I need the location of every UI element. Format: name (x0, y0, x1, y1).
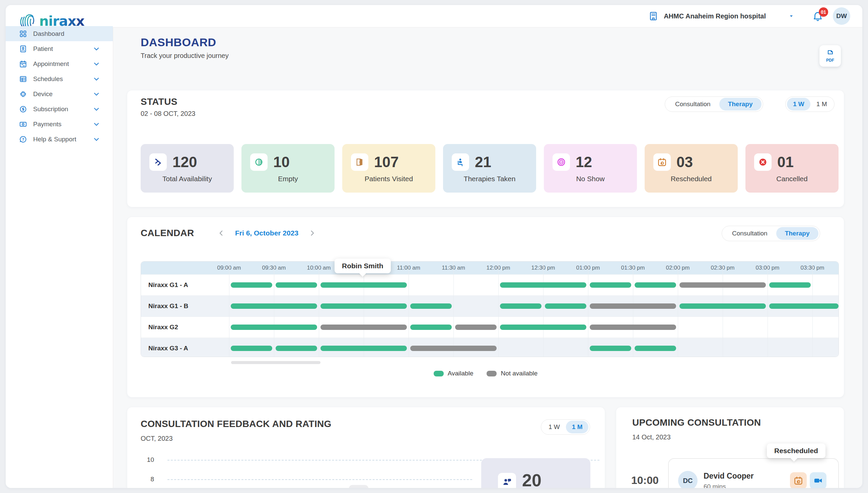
toggle-option-1-w[interactable]: 1 W (542, 421, 566, 433)
toggle-option-1-m[interactable]: 1 M (566, 421, 589, 433)
time-label: 10:00 am (307, 264, 331, 271)
unavailable-slot-bar (410, 346, 497, 351)
device-row-track (208, 296, 839, 317)
available-slot-bar (231, 346, 272, 351)
patient-name: Devid Cooper (703, 472, 754, 480)
sidebar: niraxx DashboardPatientAppointmentSchedu… (6, 5, 113, 488)
stat-value: 21 (475, 154, 491, 170)
sidebar-item-dashboard[interactable]: Dashboard (6, 26, 113, 41)
stat-label: Cancelled (745, 175, 839, 183)
chart-bar-partial (349, 485, 368, 488)
availability-icon (149, 153, 167, 171)
available-slot-bar (276, 346, 317, 351)
calendar-type-toggle: ConsultationTherapy (722, 226, 820, 241)
subscription-dollar-icon: $ (19, 105, 27, 113)
available-slot-bar (231, 282, 272, 288)
stat-label: Total Availability (140, 175, 234, 183)
chevron-down-icon (93, 45, 100, 52)
help-icon: ? (19, 135, 27, 143)
sidebar-item-device[interactable]: Device (6, 86, 113, 102)
time-label: 02:30 pm (711, 264, 735, 271)
chevron-right-icon[interactable] (308, 230, 316, 237)
chevron-left-icon[interactable] (218, 230, 225, 237)
available-slot-bar (635, 282, 676, 288)
time-label: 12:00 pm (486, 264, 511, 271)
sidebar-item-payments[interactable]: Payments (6, 116, 113, 132)
appointment-tooltip: Robin Smith (334, 259, 391, 273)
sidebar-item-label: Device (33, 90, 93, 98)
chevron-down-icon (93, 90, 100, 98)
toggle-option-therapy[interactable]: Therapy (719, 98, 761, 110)
toggle-option-consultation[interactable]: Consultation (723, 227, 776, 240)
device-row-track (208, 275, 839, 295)
sidebar-item-patient[interactable]: Patient (6, 41, 113, 56)
caret-down-icon[interactable] (788, 13, 795, 19)
y-axis-tick-10: 10 (140, 456, 154, 464)
available-slot-bar (500, 303, 542, 309)
sidebar-item-help-support[interactable]: ?Help & Support (6, 132, 113, 147)
toggle-option-consultation[interactable]: Consultation (667, 98, 719, 110)
door-icon (351, 153, 368, 171)
horizontal-scrollbar[interactable] (231, 361, 321, 364)
pdf-label: PDF (826, 58, 834, 63)
stat-label: Therapies Taken (443, 175, 536, 183)
feedback-range-toggle: 1 W1 M (541, 419, 590, 435)
device-row-label: Niraxx G1 - B (148, 296, 188, 317)
available-slot-bar (500, 324, 586, 330)
chevron-down-icon (93, 136, 100, 143)
chevron-down-icon (93, 106, 100, 113)
sidebar-item-label: Payments (33, 121, 93, 128)
available-slot-bar (321, 282, 407, 288)
export-pdf-button[interactable]: PDF (820, 45, 841, 67)
reschedule-icon (653, 153, 671, 171)
feedback-title: CONSULTATION FEEDBACK AND RATING (140, 419, 331, 429)
page-subtitle: Track your productive journey (140, 52, 229, 60)
upcoming-card: UPCOMING CONSULTATION 14 Oct, 2023 Resch… (616, 407, 844, 488)
legend-item-available: Available (434, 370, 474, 377)
appointment-card[interactable]: DC Devid Cooper 60 mins (668, 458, 839, 488)
time-label: 01:00 pm (576, 264, 600, 271)
device-row-niraxx-g1-b: Niraxx G1 - B (141, 295, 839, 317)
total-consultations-card: 20 (481, 458, 590, 488)
time-header: 09:00 am09:30 am10:00 am10:30 am11:00 am… (141, 262, 839, 274)
gridline-8 (168, 479, 472, 480)
available-slot-bar (276, 282, 317, 288)
svg-text:?: ? (22, 137, 24, 141)
stat-value: 120 (172, 154, 197, 170)
notifications-bell[interactable]: 01 (812, 10, 823, 22)
stat-value: 01 (777, 154, 794, 170)
legend-swatch (434, 371, 444, 377)
available-slot-bar (410, 324, 452, 330)
tooltip-name: Robin Smith (342, 262, 384, 270)
svg-text:$: $ (22, 107, 24, 111)
calendar-current-date[interactable]: Fri 6, October 2023 (235, 229, 298, 237)
time-label: 03:00 pm (756, 264, 780, 271)
sidebar-item-appointment[interactable]: Appointment (6, 56, 113, 71)
stat-value: 12 (576, 154, 592, 170)
sidebar-item-schedules[interactable]: Schedules (6, 71, 113, 86)
video-call-button[interactable] (810, 472, 826, 488)
device-rows: Niraxx G1 - ANiraxx G1 - BNiraxx G2Nirax… (141, 274, 839, 357)
feedback-person-chat-icon (498, 473, 516, 488)
status-range-toggle: 1 W1 M (785, 97, 834, 112)
user-avatar[interactable]: DW (833, 7, 850, 25)
hospital-selector[interactable]: AHMC Anaheim Region hospital (664, 13, 766, 20)
toggle-option-1-w[interactable]: 1 W (787, 98, 810, 110)
toggle-option-therapy[interactable]: Therapy (776, 227, 819, 240)
status-card: STATUS 02 - 08 OCT, 2023 ConsultationThe… (127, 90, 844, 207)
status-type-toggle: ConsultationTherapy (665, 97, 763, 112)
stat-card-no-show: 12No Show (544, 144, 637, 193)
toggle-option-1-m[interactable]: 1 M (810, 98, 833, 110)
time-label: 09:30 am (262, 264, 286, 271)
chevron-down-icon (93, 121, 100, 128)
rescheduled-badge: Rescheduled (767, 444, 825, 458)
reschedule-button[interactable] (790, 472, 807, 488)
device-row-track (208, 338, 839, 357)
schedules-table-icon (19, 75, 27, 83)
time-label: 02:00 pm (666, 264, 690, 271)
legend-item-not-available: Not available (486, 370, 538, 377)
stat-label: Rescheduled (645, 175, 738, 183)
stat-card-empty: 10Empty (241, 144, 334, 193)
sidebar-item-subscription[interactable]: $Subscription (6, 102, 113, 116)
device-row-niraxx-g3-a: Niraxx G3 - A (141, 338, 839, 357)
